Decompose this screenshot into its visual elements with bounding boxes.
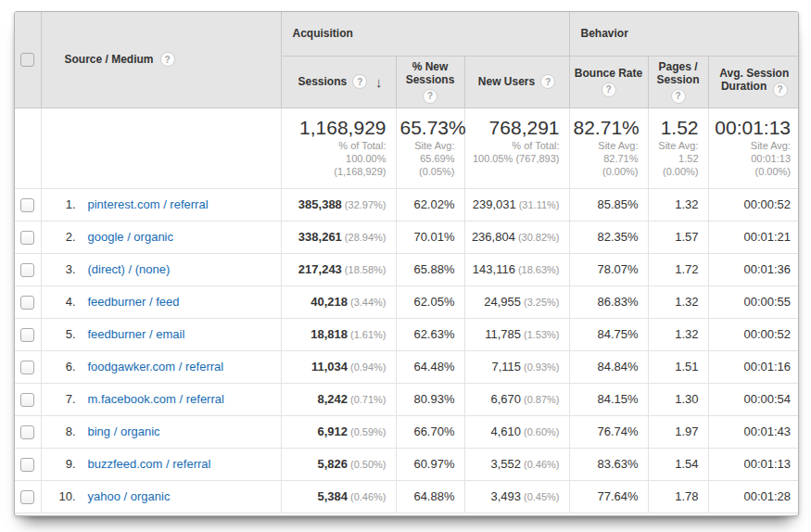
avg-duration-cell: 00:01:28 <box>708 480 799 513</box>
avg-duration-cell: 00:01:13 <box>708 448 799 480</box>
new-users-percent: (18.63%) <box>518 264 560 275</box>
summary-subtext: 00:01:13 <box>713 152 792 165</box>
sessions-percent: (28.94%) <box>345 232 386 243</box>
new-sessions-value: 70.01% <box>413 230 454 244</box>
avg-duration-cell: 00:00:55 <box>708 285 799 318</box>
pages-session-cell: 1.57 <box>648 221 708 253</box>
source-medium-link[interactable]: (direct) / (none) <box>88 262 171 276</box>
bounce-rate-value: 77.64% <box>597 489 638 503</box>
bounce-rate-value: 76.74% <box>597 424 638 438</box>
sessions-value: 11,034 <box>311 360 348 374</box>
summary-subtext: 100.00% <box>285 152 386 165</box>
column-header-bounce-rate[interactable]: Bounce Rate ? <box>569 56 648 108</box>
help-icon[interactable]: ? <box>423 89 437 104</box>
row-checkbox[interactable] <box>20 328 34 342</box>
summary-subtext: % of Total: <box>469 139 560 152</box>
new-users-value: 239,031 <box>473 197 516 211</box>
row-checkbox[interactable] <box>20 458 34 472</box>
sessions-percent: (18.58%) <box>345 264 386 275</box>
column-header-source-medium[interactable]: Source / Medium ? <box>41 12 281 108</box>
select-all-checkbox[interactable] <box>20 53 34 67</box>
summary-value: 1.52 <box>653 117 699 139</box>
column-header-new-users[interactable]: New Users ? <box>464 56 569 108</box>
new-users-cell: 7,115(0.93%) <box>464 350 569 383</box>
column-header-avg-session-duration[interactable]: Avg. Session Duration ? <box>708 56 799 108</box>
pages-session-value: 1.97 <box>675 424 698 438</box>
avg-duration-value: 00:01:36 <box>743 262 791 276</box>
row-checkbox-cell <box>15 221 41 253</box>
pages-session-cell: 1.32 <box>648 285 708 318</box>
help-icon[interactable]: ? <box>671 89 686 104</box>
bounce-rate-value: 85.85% <box>597 197 638 211</box>
summary-value: 768,291 <box>469 117 560 139</box>
source-medium-link[interactable]: bing / organic <box>88 424 160 438</box>
new-users-value: 6,670 <box>490 392 521 406</box>
row-checkbox[interactable] <box>20 263 34 277</box>
bounce-rate-cell: 77.64% <box>569 480 648 513</box>
help-icon[interactable]: ? <box>602 82 616 97</box>
new-sessions-cell: 70.01% <box>396 221 464 253</box>
new-sessions-value: 62.05% <box>413 295 454 309</box>
pages-session-value: 1.30 <box>675 392 698 406</box>
avg-duration-value: 00:00:52 <box>743 327 791 341</box>
source-medium-link[interactable]: yahoo / organic <box>88 489 171 503</box>
summary-subtext: (0.05%) <box>400 165 455 178</box>
help-icon[interactable]: ? <box>160 52 175 67</box>
new-users-value: 24,955 <box>484 295 521 309</box>
row-checkbox[interactable] <box>20 393 34 407</box>
pages-session-value: 1.72 <box>675 262 698 276</box>
row-number: 10. <box>42 489 76 503</box>
sessions-cell: 385,388(32.97%) <box>281 188 396 221</box>
source-medium-link[interactable]: buzzfeed.com / referral <box>88 457 211 471</box>
column-header-sessions[interactable]: Sessions ? ↓ <box>281 56 396 108</box>
row-checkbox[interactable] <box>20 361 34 374</box>
row-number: 1. <box>42 197 76 211</box>
sessions-cell: 40,218(3.44%) <box>281 285 396 318</box>
help-icon[interactable]: ? <box>540 74 555 89</box>
source-medium-table: Source / Medium ? Acquisition Behavior S… <box>15 12 799 513</box>
bounce-rate-value: 86.83% <box>597 295 638 309</box>
new-users-value: 3,493 <box>490 489 521 503</box>
avg-duration-cell: 00:01:16 <box>708 350 799 383</box>
new-users-cell: 236,804(30.82%) <box>464 221 569 253</box>
help-icon[interactable]: ? <box>352 74 367 89</box>
row-checkbox-cell <box>15 480 41 513</box>
source-medium-link[interactable]: feedburner / email <box>88 327 185 341</box>
source-medium-link[interactable]: google / organic <box>88 230 174 244</box>
pages-session-value: 1.32 <box>675 295 698 309</box>
new-sessions-value: 65.88% <box>413 262 454 276</box>
column-header-pages-session[interactable]: Pages /Session ? <box>648 56 708 108</box>
source-medium-cell: 10.yahoo / organic <box>41 480 281 513</box>
help-icon[interactable]: ? <box>773 82 788 97</box>
new-users-value: 143,116 <box>473 262 515 276</box>
new-sessions-value: 64.48% <box>413 360 454 374</box>
row-checkbox[interactable] <box>20 425 34 439</box>
row-checkbox-cell <box>15 318 41 350</box>
bounce-rate-value: 84.15% <box>597 392 638 406</box>
summary-avg-duration: 00:01:13Site Avg:00:01:13(0.00%) <box>708 108 799 188</box>
summary-subtext: (1,168,929) <box>285 165 386 178</box>
source-medium-link[interactable]: foodgawker.com / referral <box>88 360 224 374</box>
source-medium-link[interactable]: feedburner / feed <box>88 295 180 309</box>
new-users-percent: (3.25%) <box>524 297 560 308</box>
row-checkbox[interactable] <box>20 198 34 212</box>
pages-session-cell: 1.72 <box>648 253 708 285</box>
row-checkbox[interactable] <box>20 231 34 245</box>
bounce-rate-value: 84.75% <box>597 327 638 341</box>
sort-desc-icon[interactable]: ↓ <box>375 74 383 90</box>
summary-subtext: (0.00%) <box>653 165 699 178</box>
source-medium-cell: 6.foodgawker.com / referral <box>41 350 281 383</box>
new-users-value: 11,785 <box>485 327 521 341</box>
source-medium-link[interactable]: pinterest.com / referral <box>88 197 209 211</box>
column-header-new-sessions[interactable]: % NewSessions ? <box>396 56 464 108</box>
new-users-cell: 3,552(0.46%) <box>464 448 569 480</box>
row-checkbox[interactable] <box>20 296 34 310</box>
new-users-cell: 4,610(0.60%) <box>464 415 569 448</box>
row-number: 2. <box>42 230 76 244</box>
new-sessions-value: 66.70% <box>413 424 454 438</box>
pages-session-label: Pages /Session <box>657 60 700 86</box>
row-checkbox[interactable] <box>20 490 34 504</box>
source-medium-link[interactable]: m.facebook.com / referral <box>88 392 224 406</box>
avg-duration-value: 00:01:43 <box>743 424 791 438</box>
new-users-percent: (0.87%) <box>524 394 560 405</box>
